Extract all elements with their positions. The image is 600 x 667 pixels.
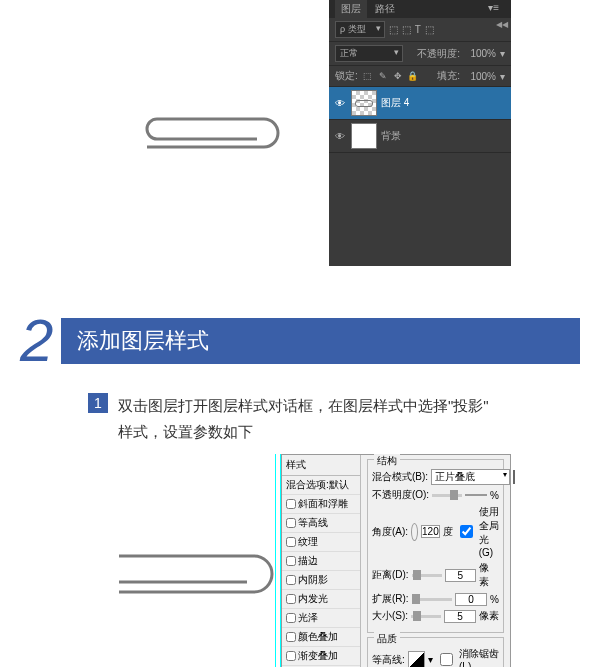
chevron-down-icon[interactable]: ▾ [500,48,505,59]
chevron-down-icon[interactable]: ▾ [500,71,505,82]
screenshot-2: 样式 混合选项:默认 斜面和浮雕 等高线 纹理 描边 内阴影 内发光 光泽 颜色… [89,454,511,667]
checkbox[interactable] [286,632,296,642]
opt-contour[interactable]: 等高线 [282,514,360,533]
styles-list: 样式 混合选项:默认 斜面和浮雕 等高线 纹理 描边 内阴影 内发光 光泽 颜色… [282,455,361,667]
lock-move-icon[interactable]: ✥ [392,70,404,82]
canvas-area [89,0,329,266]
lock-label: 锁定: [335,69,358,83]
opt-texture[interactable]: 纹理 [282,533,360,552]
opt-gradient-overlay[interactable]: 渐变叠加 [282,647,360,666]
global-light-checkbox[interactable] [460,525,473,538]
blend-options[interactable]: 混合选项:默认 [282,476,360,495]
checkbox[interactable] [286,575,296,585]
filter-icon[interactable]: ⬚ [425,24,434,35]
lock-all-icon[interactable]: 🔒 [407,70,419,82]
contour-picker[interactable] [408,651,425,668]
distance-input[interactable]: 5 [445,569,477,582]
visibility-icon[interactable]: 👁 [333,131,347,142]
blend-mode-dropdown[interactable]: 正常 [335,45,403,62]
checkbox[interactable] [286,651,296,661]
blend-mode-label: 混合模式(B): [372,470,428,484]
tab-paths[interactable]: 路径 [375,2,395,16]
layer-thumbnail[interactable] [351,90,377,116]
contour-label: 等高线: [372,653,405,667]
filter-row: ρ 类型 ⬚ ⬚ T ⬚ [329,18,511,42]
layer-filter-dropdown[interactable]: ρ 类型 [335,21,385,38]
lock-pixels-icon[interactable]: ⬚ [362,70,374,82]
quality-group: 品质 等高线:▾消除锯齿(L) 杂色(N):0% 图层挖空投影(U) 设置为默认… [367,637,504,667]
fill-value[interactable]: 100% [464,71,496,82]
checkbox[interactable] [286,594,296,604]
tab-layers[interactable]: 图层 [335,0,367,18]
opt-stroke[interactable]: 描边 [282,552,360,571]
opt-satin[interactable]: 光泽 [282,609,360,628]
angle-input[interactable]: 120 [421,525,440,538]
screenshot-1: 图层 路径 ▾≡ ◀◀ ρ 类型 ⬚ ⬚ T ⬚ 正常 不透明度: 100%▾ … [89,0,511,266]
size-label: 大小(S): [372,609,408,623]
checkbox[interactable] [286,556,296,566]
blend-row: 正常 不透明度: 100%▾ [329,42,511,66]
checkbox[interactable] [286,613,296,623]
spread-label: 扩展(R): [372,592,409,606]
layers-panel: 图层 路径 ▾≡ ◀◀ ρ 类型 ⬚ ⬚ T ⬚ 正常 不透明度: 100%▾ … [329,0,511,266]
group-label: 品质 [374,632,400,646]
step-title: 添加图层样式 [61,318,580,364]
sub-step: 1 双击图层打开图层样式对话框，在图层样式中选择"投影"样式，设置参数如下 [88,393,600,444]
opt-inner-glow[interactable]: 内发光 [282,590,360,609]
filter-icon[interactable]: T [415,24,421,35]
opt-color-overlay[interactable]: 颜色叠加 [282,628,360,647]
size-input[interactable]: 5 [444,610,476,623]
opacity-slider[interactable] [432,494,462,497]
layer-name[interactable]: 图层 4 [381,96,409,110]
angle-dial[interactable] [411,523,418,541]
opacity-label: 不透明度(O): [372,488,429,502]
panel-dock-icons: ◀◀ [496,20,508,29]
layer-thumbnail[interactable] [351,123,377,149]
paperclip-drawing [129,111,289,156]
opacity-value[interactable]: 100% [464,48,496,59]
opacity-input[interactable] [465,494,487,496]
panel-menu-icon[interactable]: ▾≡ [488,2,499,13]
panel-tabs: 图层 路径 ▾≡ [329,0,511,18]
fill-label: 填充: [437,69,460,83]
layer-row[interactable]: 👁 背景 [329,120,511,153]
style-settings: 结构 混合模式(B):正片叠底 不透明度(O):% 角度(A):120度使用全局… [361,455,510,667]
antialias-checkbox[interactable] [440,653,453,666]
chevron-down-icon[interactable]: ▾ [428,654,433,665]
step-number: 2 [20,306,53,375]
sub-step-text: 双击图层打开图层样式对话框，在图层样式中选择"投影"样式，设置参数如下 [118,393,489,444]
color-swatch[interactable] [513,470,515,484]
spread-input[interactable]: 0 [455,593,487,606]
lock-row: 锁定: ⬚ ✎ ✥ 🔒 填充: 100%▾ [329,66,511,87]
opt-bevel[interactable]: 斜面和浮雕 [282,495,360,514]
visibility-icon[interactable]: 👁 [333,98,347,109]
group-label: 结构 [374,454,400,468]
guide-lines [275,454,281,667]
step-header: 2 添加图层样式 [20,306,600,375]
filter-icon[interactable]: ⬚ [389,24,398,35]
layer-style-dialog: 样式 混合选项:默认 斜面和浮雕 等高线 纹理 描边 内阴影 内发光 光泽 颜色… [281,454,511,667]
paperclip-drawing [89,544,279,604]
layer-row[interactable]: 👁 图层 4 [329,87,511,120]
distance-label: 距离(D): [372,568,409,582]
checkbox[interactable] [286,518,296,528]
spread-slider[interactable] [412,598,453,601]
opt-inner-shadow[interactable]: 内阴影 [282,571,360,590]
layer-list: 👁 图层 4 👁 背景 [329,87,511,153]
blend-mode-select[interactable]: 正片叠底 [431,469,510,485]
checkbox[interactable] [286,499,296,509]
size-slider[interactable] [411,615,441,618]
opacity-label: 不透明度: [417,47,460,61]
lock-brush-icon[interactable]: ✎ [377,70,389,82]
angle-label: 角度(A): [372,525,408,539]
structure-group: 结构 混合模式(B):正片叠底 不透明度(O):% 角度(A):120度使用全局… [367,459,504,633]
lock-icons: ⬚ ✎ ✥ 🔒 [362,70,419,82]
styles-title: 样式 [282,455,360,476]
sub-step-number: 1 [88,393,108,413]
filter-icon[interactable]: ⬚ [402,24,411,35]
distance-slider[interactable] [412,574,442,577]
layer-name[interactable]: 背景 [381,129,401,143]
canvas-crop [89,454,281,667]
checkbox[interactable] [286,537,296,547]
